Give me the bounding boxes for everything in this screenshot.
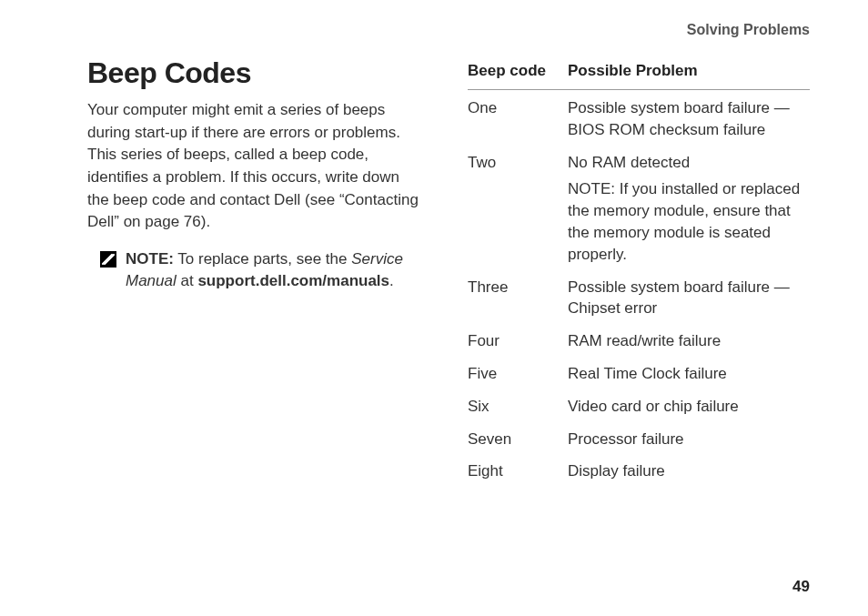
right-column: Beep code Possible Problem OnePossible s… xyxy=(468,56,810,486)
page-header: Solving Problems xyxy=(87,22,810,38)
problem-text: Possible system board failure — Chipset … xyxy=(568,278,790,318)
section-title: Beep Codes xyxy=(87,56,424,90)
table-header-row: Beep code Possible Problem xyxy=(468,56,810,90)
table-row: TwoNo RAM detectedNOTE: If you installed… xyxy=(468,145,810,269)
beep-problem-cell: Display failure xyxy=(568,453,810,486)
table-row: FourRAM read/write failure xyxy=(468,323,810,356)
problem-text: No RAM detected xyxy=(568,154,690,171)
table-row: SixVideo card or chip failure xyxy=(468,389,810,421)
table-row: SevenProcessor failure xyxy=(468,421,810,454)
note-before: To replace parts, see the xyxy=(174,250,351,268)
table-row: FiveReal Time Clock failure xyxy=(468,356,810,389)
note-icon xyxy=(100,251,116,268)
header-title: Solving Problems xyxy=(687,22,810,37)
beep-codes-table: Beep code Possible Problem OnePossible s… xyxy=(468,56,810,486)
beep-code-cell: Three xyxy=(468,269,568,324)
problem-text: Real Time Clock failure xyxy=(568,365,727,382)
problem-note-label: NOTE: xyxy=(568,180,615,197)
beep-code-cell: One xyxy=(468,90,568,145)
beep-problem-cell: No RAM detectedNOTE: If you installed or… xyxy=(568,145,810,269)
table-header-problem: Possible Problem xyxy=(568,56,810,90)
left-column: Beep Codes Your computer might emit a se… xyxy=(87,56,424,486)
problem-note: NOTE: If you installed or replaced the m… xyxy=(568,178,802,265)
table-header-code: Beep code xyxy=(468,56,568,90)
beep-code-cell: Four xyxy=(468,323,568,356)
problem-text: Processor failure xyxy=(568,430,684,448)
beep-code-cell: Six xyxy=(468,389,568,421)
beep-code-cell: Seven xyxy=(468,421,568,454)
beep-problem-cell: Possible system board failure — Chipset … xyxy=(568,269,810,324)
beep-code-cell: Eight xyxy=(468,453,568,486)
table-row: OnePossible system board failure — BIOS … xyxy=(468,90,810,145)
table-row: ThreePossible system board failure — Chi… xyxy=(468,269,810,324)
beep-code-cell: Five xyxy=(468,356,568,389)
note-url: support.dell.com/manuals xyxy=(197,272,389,289)
table-row: EightDisplay failure xyxy=(468,453,810,486)
beep-problem-cell: Real Time Clock failure xyxy=(568,356,810,389)
beep-problem-cell: Processor failure xyxy=(568,421,810,454)
note-block: NOTE: To replace parts, see the Service … xyxy=(100,248,424,293)
content-columns: Beep Codes Your computer might emit a se… xyxy=(87,56,810,486)
note-after: . xyxy=(389,272,394,289)
problem-text: RAM read/write failure xyxy=(568,332,721,349)
problem-text: Display failure xyxy=(568,462,665,480)
beep-code-cell: Two xyxy=(468,145,568,269)
note-label: NOTE: xyxy=(126,250,174,268)
problem-text: Possible system board failure — BIOS ROM… xyxy=(568,99,790,138)
note-text: NOTE: To replace parts, see the Service … xyxy=(126,248,424,293)
page-number: 49 xyxy=(792,578,810,596)
beep-problem-cell: Video card or chip failure xyxy=(568,389,810,421)
note-mid: at xyxy=(177,272,198,289)
problem-text: Video card or chip failure xyxy=(568,398,739,415)
intro-paragraph: Your computer might emit a series of bee… xyxy=(87,99,424,234)
beep-problem-cell: Possible system board failure — BIOS ROM… xyxy=(568,90,810,145)
beep-problem-cell: RAM read/write failure xyxy=(568,323,810,356)
